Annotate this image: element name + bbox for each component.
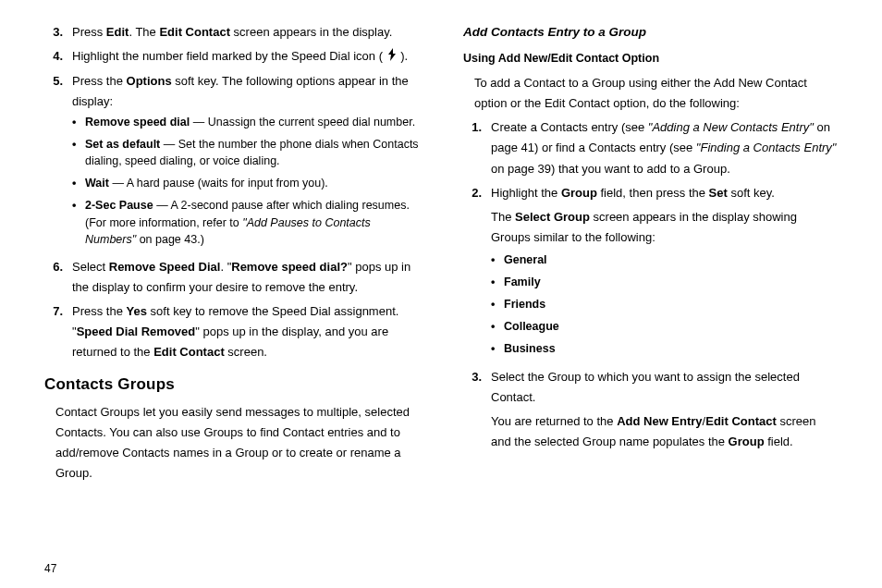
bullet-item: •Colleague	[491, 318, 838, 335]
step-number: 6.	[44, 257, 72, 298]
step-number: 4.	[44, 46, 72, 67]
bold: Edit Contact	[159, 25, 230, 39]
text: ).	[398, 49, 409, 63]
text: You are returned to the	[491, 414, 617, 428]
bold: Group	[561, 186, 597, 200]
bullet-list: • Remove speed dial — Unassign the curre…	[72, 114, 419, 248]
step-number: 5.	[44, 71, 72, 253]
text: soft key.	[728, 186, 775, 200]
paragraph: Contact Groups let you easily send messa…	[44, 402, 419, 484]
bold: Options	[127, 74, 172, 88]
step-3: 3. Select the Group to which you want to…	[463, 367, 838, 456]
bold: Add New Entry	[617, 414, 702, 428]
bullet-dot: •	[72, 175, 85, 191]
bold: Edit Contact	[153, 345, 225, 359]
step-2: 2. Highlight the Group field, then press…	[463, 183, 838, 363]
bold: Group	[729, 435, 765, 448]
bullet-list: •General •Family •Friends •Colleague •Bu…	[491, 251, 838, 358]
step-body: Press the Yes soft key to remove the Spe…	[72, 301, 419, 362]
step-4: 4. Highlight the number field marked by …	[44, 46, 419, 67]
step-5: 5. Press the Options soft key. The follo…	[44, 71, 419, 253]
bullet-item: •General	[491, 251, 838, 268]
bullet-dot: •	[491, 296, 504, 312]
page-number: 47	[44, 562, 56, 575]
step-number: 3.	[463, 367, 491, 456]
step-body: Create a Contacts entry (see "Adding a N…	[491, 117, 838, 178]
bullet-item: • Set as default — Set the number the ph…	[72, 136, 419, 169]
bold: Edit Contact	[705, 414, 777, 428]
text: — A hard pause (waits for input from you…	[109, 177, 328, 190]
section-heading-contacts-groups: Contacts Groups	[44, 372, 419, 398]
bullet-text: 2-Sec Pause — A 2-second pause after whi…	[85, 197, 419, 247]
bold: Colleague	[504, 318, 559, 335]
step-number: 3.	[44, 22, 72, 43]
step-6: 6. Select Remove Speed Dial. "Remove spe…	[44, 257, 419, 298]
text: on page 39) that you want to add to a Gr…	[491, 162, 730, 176]
text: Highlight the	[491, 186, 561, 200]
bold: General	[504, 251, 547, 268]
text: field, then press the	[597, 186, 709, 200]
text: Press	[72, 25, 106, 39]
step-body: Highlight the number field marked by the…	[72, 46, 419, 67]
bold: Wait	[85, 177, 109, 190]
bold: Edit	[106, 25, 129, 39]
paragraph: To add a Contact to a Group using either…	[463, 73, 838, 114]
bullet-dot: •	[72, 197, 85, 247]
reference: "Finding a Contacts Entry"	[696, 141, 837, 154]
bold: Select Group	[515, 210, 590, 224]
bold: Yes	[127, 304, 147, 318]
text: Select	[72, 260, 109, 274]
right-column: Add Contacts Entry to a Group Using Add …	[463, 22, 838, 488]
bullet-text: Wait — A hard pause (waits for input fro…	[85, 175, 328, 191]
text: Highlight the number field marked by the…	[72, 49, 386, 63]
step-1: 1. Create a Contacts entry (see "Adding …	[463, 117, 838, 178]
step-number: 7.	[44, 301, 72, 362]
bullet-dot: •	[491, 251, 504, 268]
bullet-text: Set as default — Set the number the phon…	[85, 136, 419, 169]
step-body: Select the Group to which you want to as…	[491, 367, 838, 456]
bullet-item: •Family	[491, 274, 838, 290]
bullet-item: • Wait — A hard pause (waits for input f…	[72, 175, 419, 191]
text: screen appears in the display.	[230, 25, 392, 39]
bold: Set	[709, 186, 728, 200]
bullet-dot: •	[72, 114, 85, 130]
bullet-item: •Business	[491, 340, 838, 357]
step-body: Press Edit. The Edit Contact screen appe…	[72, 22, 419, 43]
left-column: 3. Press Edit. The Edit Contact screen a…	[44, 22, 419, 488]
bold: Friends	[504, 296, 545, 312]
bullet-dot: •	[72, 136, 85, 169]
bold: Family	[504, 274, 541, 290]
text: screen.	[225, 345, 267, 359]
speed-dial-icon	[386, 47, 398, 67]
paragraph: You are returned to the Add New Entry/Ed…	[491, 411, 838, 452]
text: . The	[129, 25, 159, 39]
text: field.	[765, 435, 793, 448]
bullet-dot: •	[491, 318, 504, 335]
bold: Remove speed dial?	[231, 260, 348, 274]
text: on page 43.)	[136, 233, 204, 246]
step-number: 1.	[463, 117, 491, 178]
page: 3. Press Edit. The Edit Contact screen a…	[0, 0, 882, 497]
text: The	[491, 210, 515, 224]
bold: 2-Sec Pause	[85, 199, 153, 212]
text: Press the	[72, 304, 127, 318]
text: Create a Contacts entry (see	[491, 120, 648, 134]
text: . "	[220, 260, 231, 274]
bold: Remove speed dial	[85, 116, 190, 129]
bullet-text: Remove speed dial — Unassign the current…	[85, 114, 415, 130]
paragraph: Select the Group to which you want to as…	[491, 367, 838, 408]
bullet-dot: •	[491, 340, 504, 357]
bold: Set as default	[85, 138, 160, 151]
text: Press the	[72, 74, 127, 88]
step-number: 2.	[463, 183, 491, 363]
step-body: Highlight the Group field, then press th…	[491, 183, 838, 363]
reference: "Adding a New Contacts Entry"	[648, 120, 814, 134]
bullet-item: • 2-Sec Pause — A 2-second pause after w…	[72, 197, 419, 247]
paragraph: Highlight the Group field, then press th…	[491, 183, 838, 203]
step-body: Press the Options soft key. The followin…	[72, 71, 419, 253]
bullet-item: • Remove speed dial — Unassign the curre…	[72, 114, 419, 130]
step-7: 7. Press the Yes soft key to remove the …	[44, 301, 419, 362]
bold: Remove Speed Dial	[109, 260, 221, 274]
subheading-using-add-new: Using Add New/Edit Contact Option	[463, 49, 838, 68]
subheading-add-contacts-to-group: Add Contacts Entry to a Group	[463, 22, 838, 43]
